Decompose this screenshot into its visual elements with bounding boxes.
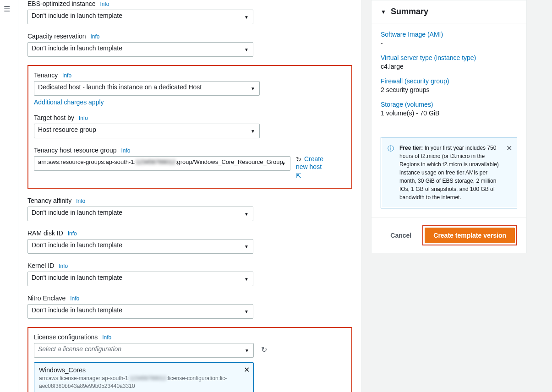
caret-down-icon: ▼ bbox=[381, 9, 386, 15]
summary-storage-link[interactable]: Storage (volumes) bbox=[381, 101, 517, 108]
ramdisk-select[interactable]: Don't include in launch template bbox=[27, 239, 253, 254]
summary-ami-value: - bbox=[381, 39, 383, 47]
hrg-select[interactable]: arn:aws:resource-groups:ap-south-1:12345… bbox=[34, 156, 290, 171]
capacity-reservation-label: Capacity reservation bbox=[27, 33, 86, 40]
cancel-button[interactable]: Cancel bbox=[385, 229, 417, 242]
free-tier-text: In your first year includes 750 hours of… bbox=[399, 145, 499, 201]
hamburger-menu-icon[interactable]: ☰ bbox=[4, 5, 14, 13]
tenancy-affinity-select[interactable]: Don't include in launch template bbox=[27, 207, 253, 221]
capacity-info-link[interactable]: Info bbox=[91, 33, 100, 40]
license-token-title: Windows_Cores bbox=[39, 366, 240, 374]
summary-toggle[interactable]: ▼ Summary bbox=[372, 0, 526, 23]
summary-storage-value: 1 volume(s) - 70 GiB bbox=[381, 109, 439, 117]
summary-title: Summary bbox=[391, 7, 428, 16]
info-icon: ⓘ bbox=[388, 144, 394, 153]
summary-instance-link[interactable]: Virtual server type (instance type) bbox=[381, 54, 517, 61]
nitro-info-link[interactable]: Info bbox=[70, 295, 79, 302]
tenancy-label: Tenancy bbox=[34, 71, 58, 79]
create-template-version-button[interactable]: Create template version bbox=[425, 228, 515, 243]
capacity-reservation-select[interactable]: Don't include in launch template bbox=[27, 42, 253, 57]
license-refresh-button[interactable]: ↻ bbox=[257, 343, 270, 356]
ramdisk-info-link[interactable]: Info bbox=[68, 230, 77, 237]
tenancy-affinity-label: Tenancy affinity bbox=[27, 197, 71, 204]
hrg-info-link[interactable]: Info bbox=[121, 147, 130, 154]
kernel-info-link[interactable]: Info bbox=[59, 263, 68, 269]
ebs-info-link[interactable]: Info bbox=[100, 1, 109, 7]
kernel-label: Kernel ID bbox=[27, 262, 54, 269]
target-host-info-link[interactable]: Info bbox=[79, 115, 88, 121]
license-highlight-region: License configurations Info Select a lic… bbox=[27, 327, 352, 392]
ramdisk-label: RAM disk ID bbox=[27, 229, 63, 237]
license-select[interactable]: Select a license configuration bbox=[34, 343, 254, 358]
hrg-label: Tenancy host resource group bbox=[34, 147, 117, 154]
ebs-optimized-select[interactable]: Don't include in launch template bbox=[27, 10, 253, 24]
refresh-icon: ↻ bbox=[261, 345, 267, 354]
license-token: Windows_Cores arn:aws:license-manager:ap… bbox=[34, 362, 254, 392]
ebs-optimized-label: EBS-optimized instance bbox=[27, 0, 96, 7]
nitro-select[interactable]: Don't include in launch template bbox=[27, 304, 253, 319]
tenancy-highlight-region: Tenancy Info Dedicated host - launch thi… bbox=[27, 65, 352, 189]
license-label: License configurations bbox=[34, 333, 98, 341]
additional-charges-link[interactable]: Additional charges apply bbox=[34, 98, 104, 106]
summary-sg-value: 2 security groups bbox=[381, 86, 430, 93]
license-token-arn: arn:aws:license-manager:ap-south-1:12345… bbox=[39, 375, 240, 390]
license-info-link[interactable]: Info bbox=[102, 334, 111, 341]
target-host-label: Target host by bbox=[34, 114, 74, 121]
target-host-select[interactable]: Host resource group bbox=[34, 124, 260, 138]
close-info-icon[interactable]: ✕ bbox=[506, 143, 512, 154]
summary-sg-link[interactable]: Firewall (security group) bbox=[381, 77, 517, 85]
nitro-label: Nitro Enclave bbox=[27, 294, 66, 302]
summary-ami-link[interactable]: Software Image (AMI) bbox=[381, 31, 517, 38]
free-tier-heading: Free tier: bbox=[399, 145, 423, 151]
hrg-arn-prefix: arn:aws:resource-groups:ap-south-1: bbox=[38, 158, 136, 165]
tenancy-info-link[interactable]: Info bbox=[62, 72, 71, 79]
remove-token-icon[interactable]: ✕ bbox=[244, 365, 250, 374]
refresh-icon[interactable]: ↻ bbox=[296, 156, 301, 163]
tenancy-select[interactable]: Dedicated host - launch this instance on… bbox=[34, 81, 260, 96]
summary-panel: ▼ Summary Software Image (AMI) - Virtual… bbox=[371, 0, 527, 253]
external-link-icon[interactable]: ⇱ bbox=[296, 172, 328, 180]
hrg-arn-account: 123456789012 bbox=[136, 158, 175, 165]
affinity-info-link[interactable]: Info bbox=[76, 198, 85, 204]
free-tier-info-box: ⓘ ✕ Free tier: In your first year includ… bbox=[381, 137, 517, 208]
summary-instance-value: c4.large bbox=[381, 63, 404, 70]
hrg-arn-suffix: :group/Windows_Core_Resource_Group bbox=[175, 158, 283, 165]
kernel-select[interactable]: Don't include in launch template bbox=[27, 272, 253, 286]
